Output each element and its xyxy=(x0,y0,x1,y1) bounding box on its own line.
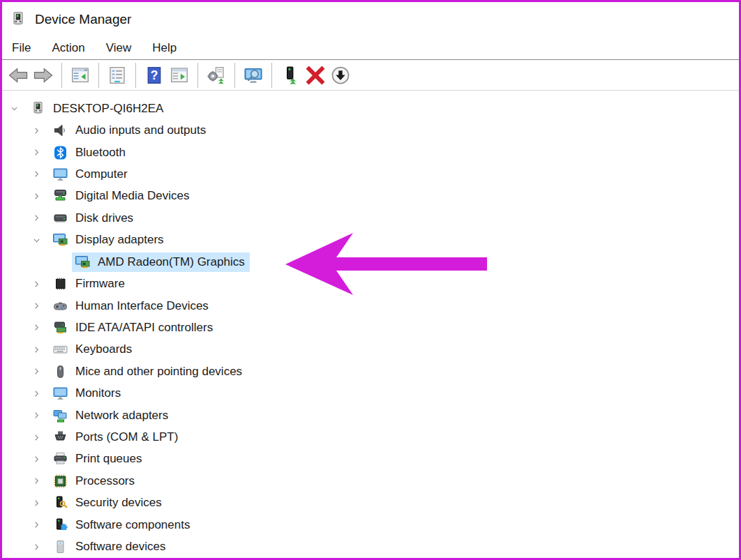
tree-item-label: Mice and other pointing devices xyxy=(75,365,242,379)
menu-help[interactable]: Help xyxy=(152,41,177,55)
tree-item-human-interface-devices[interactable]: Human Interface Devices xyxy=(2,295,739,317)
bluetooth-icon xyxy=(51,144,70,161)
title-bar: Device Manager xyxy=(2,2,739,37)
action-pane-icon xyxy=(169,65,190,86)
device-tree: DESKTOP-QI6H2EA Audio inputs and outputs… xyxy=(2,91,739,558)
show-action-pane-button[interactable] xyxy=(167,62,192,89)
tree-item-label: DESKTOP-QI6H2EA xyxy=(53,102,163,116)
chevron-right-icon[interactable] xyxy=(27,453,45,464)
tree-item-security-devices[interactable]: Security devices xyxy=(2,492,739,514)
firmware-chip-icon xyxy=(51,275,70,292)
chevron-right-icon[interactable] xyxy=(27,169,45,180)
back-button[interactable] xyxy=(6,62,31,89)
console-tree-icon xyxy=(70,65,91,86)
tree-item-label: Digital Media Devices xyxy=(75,189,189,203)
properties-icon xyxy=(107,65,128,86)
monitor-icon xyxy=(51,385,70,402)
display-adapter-icon xyxy=(73,254,92,271)
tree-item-label: Keyboards xyxy=(75,342,132,356)
tree-item-audio-inputs-and-outputs[interactable]: Audio inputs and outputs xyxy=(2,119,739,141)
tree-item-display-adapters[interactable]: Display adapters xyxy=(2,229,739,251)
screenshot-frame: Device Manager File Action View Help DES… xyxy=(0,0,741,560)
tree-item-ports-com-lpt[interactable]: Ports (COM & LPT) xyxy=(2,426,739,448)
chevron-right-icon[interactable] xyxy=(27,147,45,158)
tree-item-amd-radeon-tm-graphics[interactable]: AMD Radeon(TM) Graphics xyxy=(2,251,739,273)
disable-device-button[interactable] xyxy=(328,62,353,89)
chevron-down-icon[interactable] xyxy=(27,234,45,245)
properties-button[interactable] xyxy=(105,62,130,89)
menu-bar: File Action View Help xyxy=(2,37,739,60)
tree-item-print-queues[interactable]: Print queues xyxy=(2,448,739,470)
tree-item-label: Processors xyxy=(75,474,135,488)
help-icon xyxy=(144,65,165,86)
chevron-right-icon[interactable] xyxy=(27,125,45,136)
chevron-right-icon[interactable] xyxy=(27,520,45,531)
monitor-icon xyxy=(51,166,70,183)
chevron-right-icon[interactable] xyxy=(27,344,45,355)
gamepad-icon xyxy=(51,298,70,315)
tree-item-label: Software components xyxy=(75,518,190,532)
keyboard-icon xyxy=(51,341,70,358)
chevron-right-icon[interactable] xyxy=(27,476,45,487)
tree-item-mice-and-other-pointing-devices[interactable]: Mice and other pointing devices xyxy=(2,361,739,382)
chevron-right-icon[interactable] xyxy=(27,366,45,377)
chevron-right-icon[interactable] xyxy=(27,322,45,333)
arrow-right-icon xyxy=(33,65,54,86)
device-update-button[interactable] xyxy=(278,62,303,89)
tree-item-label: Security devices xyxy=(75,496,162,510)
driver-update-icon xyxy=(206,65,227,86)
menu-file[interactable]: File xyxy=(12,41,31,55)
chevron-right-icon[interactable] xyxy=(27,301,45,312)
chevron-down-icon[interactable] xyxy=(5,103,23,114)
tree-item-disk-drives[interactable]: Disk drives xyxy=(2,207,739,229)
chevron-right-icon[interactable] xyxy=(27,213,45,224)
tree-item-label: Network adapters xyxy=(75,409,168,423)
disk-drive-icon xyxy=(51,210,70,227)
tree-item-label: Firmware xyxy=(75,277,125,291)
update-driver-button[interactable] xyxy=(204,62,229,89)
security-key-icon xyxy=(51,494,70,511)
tree-item-digital-media-devices[interactable]: Digital Media Devices xyxy=(2,186,739,207)
chevron-right-icon[interactable] xyxy=(27,190,45,202)
forward-button[interactable] xyxy=(31,62,56,89)
tree-item-firmware[interactable]: Firmware xyxy=(2,273,739,294)
media-device-icon xyxy=(51,188,70,204)
device-manager-icon xyxy=(29,100,47,117)
tree-item-label: IDE ATA/ATAPI controllers xyxy=(75,321,213,335)
show-console-tree-button[interactable] xyxy=(68,62,93,89)
device-manager-app-icon xyxy=(9,10,27,29)
tree-item-label: Audio inputs and outputs xyxy=(75,123,206,137)
chevron-right-icon[interactable] xyxy=(27,388,45,399)
help-button[interactable] xyxy=(142,62,167,89)
software-device-icon xyxy=(51,538,70,555)
tree-item-monitors[interactable]: Monitors xyxy=(2,382,739,404)
tree-item-keyboards[interactable]: Keyboards xyxy=(2,339,739,361)
tree-item-bluetooth[interactable]: Bluetooth xyxy=(2,142,739,163)
printer-icon xyxy=(51,451,70,467)
tree-item-computer[interactable]: Computer xyxy=(2,163,739,185)
chevron-right-icon[interactable] xyxy=(27,541,45,552)
toolbar-separator xyxy=(61,63,62,88)
tree-item-label: Ports (COM & LPT) xyxy=(75,430,178,444)
computer-search-icon xyxy=(243,65,264,86)
tree-item-label: Computer xyxy=(75,167,128,181)
uninstall-device-button[interactable] xyxy=(303,62,328,89)
uninstall-x-icon xyxy=(305,65,326,86)
tree-item-desktop-qi6h2ea[interactable]: DESKTOP-QI6H2EA xyxy=(2,98,739,119)
mouse-icon xyxy=(51,363,70,380)
chevron-right-icon[interactable] xyxy=(27,497,45,508)
tree-item-ide-ata-atapi-controllers[interactable]: IDE ATA/ATAPI controllers xyxy=(2,317,739,338)
tree-item-network-adapters[interactable]: Network adapters xyxy=(2,404,739,426)
tree-item-processors[interactable]: Processors xyxy=(2,470,739,492)
window-title: Device Manager xyxy=(35,12,131,27)
chevron-right-icon[interactable] xyxy=(27,432,45,443)
scan-hardware-changes-button[interactable] xyxy=(241,62,266,89)
software-component-icon xyxy=(51,517,70,533)
menu-view[interactable]: View xyxy=(106,41,132,55)
chevron-right-icon[interactable] xyxy=(27,278,45,289)
tree-item-software-devices[interactable]: Software devices xyxy=(2,536,739,557)
tree-item-label: Software devices xyxy=(75,540,165,554)
tree-item-software-components[interactable]: Software components xyxy=(2,514,739,536)
chevron-right-icon[interactable] xyxy=(27,410,45,421)
menu-action[interactable]: Action xyxy=(52,41,84,55)
